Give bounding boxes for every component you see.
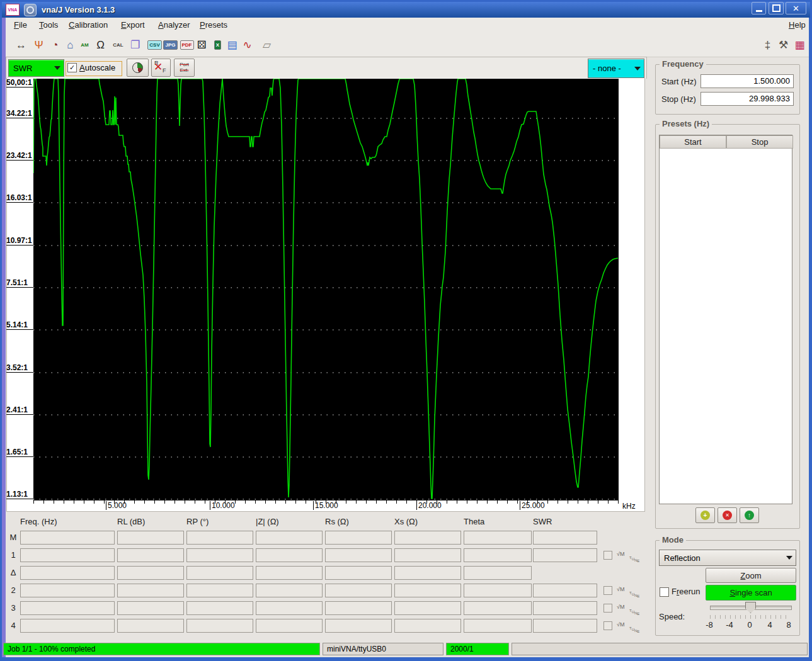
single-scan-button[interactable]: Single scan bbox=[706, 585, 796, 601]
csv-export-icon[interactable]: CSV bbox=[147, 37, 163, 53]
marker-field[interactable] bbox=[256, 601, 323, 615]
menu-file[interactable]: File bbox=[14, 20, 27, 30]
marker-field[interactable] bbox=[464, 601, 532, 615]
menu-calibration[interactable]: Calibration bbox=[69, 20, 108, 30]
marker-field[interactable] bbox=[20, 619, 115, 633]
sqrt-m-icon[interactable]: √M bbox=[617, 604, 624, 610]
eraser-icon[interactable]: ▱ bbox=[259, 37, 275, 53]
sqrt-m-icon[interactable]: √M bbox=[617, 551, 624, 557]
marker-field[interactable] bbox=[325, 548, 392, 562]
marker-field[interactable] bbox=[394, 531, 461, 545]
marker-field[interactable] bbox=[394, 619, 461, 633]
marker-field[interactable] bbox=[325, 566, 392, 580]
marker-field[interactable] bbox=[117, 584, 184, 597]
marker-field[interactable] bbox=[117, 548, 184, 562]
marker-enable-checkbox[interactable] bbox=[603, 604, 612, 613]
settings-tools-icon[interactable]: ⚒ bbox=[775, 37, 791, 53]
preset-up-button[interactable]: ↑ bbox=[740, 507, 759, 523]
marker-field[interactable] bbox=[117, 601, 184, 615]
antenna-icon[interactable]: Ψ bbox=[31, 37, 47, 53]
marker-field[interactable] bbox=[20, 531, 115, 545]
pdf-export-icon[interactable]: PDF bbox=[179, 37, 195, 53]
report-document-icon[interactable]: ▤ bbox=[224, 37, 240, 53]
jpg-export-icon[interactable]: JPG bbox=[163, 37, 178, 53]
menu-tools[interactable]: Tools bbox=[39, 20, 58, 30]
swr-plot[interactable] bbox=[33, 79, 619, 500]
marker-field[interactable] bbox=[533, 584, 597, 597]
marker-field[interactable] bbox=[533, 601, 597, 615]
close-button[interactable]: ✕ bbox=[786, 2, 806, 14]
menu-analyzer[interactable]: Analyzer bbox=[158, 20, 190, 30]
marker-field[interactable] bbox=[20, 601, 115, 615]
frequency-ruler-icon[interactable]: ↔ bbox=[13, 37, 29, 53]
marker-field[interactable] bbox=[325, 601, 392, 615]
marker-field[interactable] bbox=[117, 619, 184, 633]
marker-field[interactable] bbox=[394, 566, 461, 580]
smith-chart-button[interactable] bbox=[127, 59, 149, 77]
marker-field[interactable] bbox=[186, 601, 253, 615]
maximize-button[interactable] bbox=[769, 2, 784, 14]
marker-field[interactable] bbox=[186, 566, 253, 580]
clock-icon[interactable]: ◔ bbox=[47, 37, 63, 53]
freerun-label[interactable]: Freerun bbox=[672, 587, 700, 596]
open-folder-icon[interactable]: ❐ bbox=[127, 37, 143, 53]
marker-field[interactable] bbox=[533, 548, 597, 562]
marker-field[interactable] bbox=[20, 584, 115, 597]
dice-icon[interactable]: ⚄ bbox=[194, 37, 210, 53]
freerun-checkbox[interactable] bbox=[660, 587, 669, 597]
tune-icon[interactable]: TUNE bbox=[629, 550, 639, 562]
cal-icon[interactable]: CAL bbox=[110, 37, 126, 53]
menu-presets[interactable]: Presets bbox=[200, 20, 227, 30]
tune-icon[interactable]: TUNE bbox=[629, 585, 639, 597]
xls-export-icon[interactable]: X bbox=[210, 37, 226, 53]
marker-field[interactable] bbox=[464, 548, 532, 562]
autoscale-checkbox[interactable]: ✓ bbox=[67, 63, 77, 72]
start-freq-field[interactable]: 1.500.000 bbox=[700, 74, 794, 88]
preset-add-button[interactable]: + bbox=[695, 507, 715, 523]
marker-field[interactable] bbox=[394, 548, 461, 562]
autoscale-label[interactable]: Autoscale bbox=[79, 63, 115, 72]
marker-field[interactable] bbox=[20, 566, 115, 580]
tune-icon[interactable]: TUNE bbox=[629, 621, 639, 632]
marker-field[interactable] bbox=[186, 584, 253, 597]
marker-enable-checkbox[interactable] bbox=[603, 621, 612, 630]
presets-col-start[interactable]: Start bbox=[660, 135, 726, 149]
menu-help[interactable]: Help bbox=[789, 20, 806, 30]
tune-icon[interactable]: TUNE bbox=[629, 603, 639, 614]
marker-field[interactable] bbox=[533, 531, 597, 545]
marker-field[interactable] bbox=[464, 619, 532, 633]
marker-field[interactable] bbox=[256, 531, 323, 545]
window-icon[interactable] bbox=[24, 4, 37, 16]
marker-field[interactable] bbox=[256, 619, 323, 633]
stop-freq-field[interactable]: 29.998.933 bbox=[700, 92, 794, 106]
marker-field[interactable] bbox=[394, 584, 461, 597]
magnet-icon[interactable]: Ω bbox=[93, 37, 108, 53]
marker-enable-checkbox[interactable] bbox=[603, 551, 612, 560]
marker-field[interactable] bbox=[186, 548, 253, 562]
mode-select[interactable]: Reflection bbox=[659, 550, 796, 566]
xy-chart-icon[interactable]: ∿ bbox=[239, 37, 255, 53]
sqrt-m-icon[interactable]: √M bbox=[617, 621, 624, 628]
color-palette-icon[interactable]: ▦ bbox=[792, 37, 808, 53]
sqrt-m-icon[interactable]: √M bbox=[617, 586, 624, 592]
marker-select[interactable]: - none - bbox=[588, 59, 644, 78]
marker-field[interactable] bbox=[464, 566, 532, 580]
minimize-button[interactable] bbox=[752, 2, 766, 14]
marker-field[interactable] bbox=[256, 584, 323, 597]
port-extension-button[interactable]: Port Ext. bbox=[174, 59, 195, 77]
marker-field[interactable] bbox=[325, 619, 392, 633]
rf-toggle-button[interactable]: R F ✕ bbox=[151, 59, 171, 77]
marker-field[interactable] bbox=[186, 531, 253, 545]
zoom-button[interactable]: Zoom bbox=[706, 568, 796, 583]
marker-field[interactable] bbox=[117, 566, 184, 580]
menu-export[interactable]: Export bbox=[121, 20, 145, 30]
marker-field[interactable] bbox=[256, 566, 323, 580]
generator-building-icon[interactable]: ⌂ bbox=[62, 37, 78, 53]
marker-field[interactable] bbox=[256, 548, 323, 562]
marker-field[interactable] bbox=[325, 584, 392, 597]
marker-field[interactable] bbox=[394, 601, 461, 615]
marker-enable-checkbox[interactable] bbox=[603, 586, 612, 595]
presets-col-stop[interactable]: Stop bbox=[726, 135, 793, 149]
marker-field[interactable] bbox=[464, 584, 532, 597]
trace-select[interactable]: SWR bbox=[8, 59, 64, 77]
